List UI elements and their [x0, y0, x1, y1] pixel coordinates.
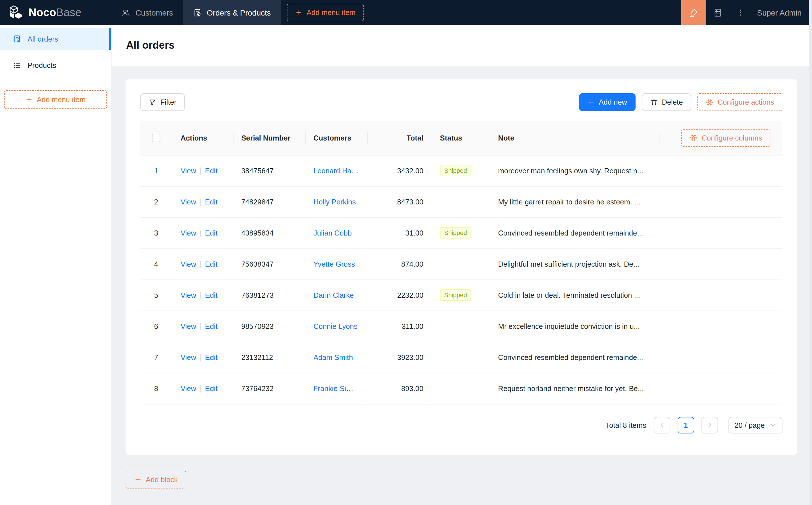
- column-header-note-label: Note: [498, 134, 514, 142]
- column-header-customers: Customers: [305, 121, 367, 155]
- top-navbar: NocoBase Customers Orders &: [0, 0, 812, 25]
- edit-link[interactable]: Edit: [205, 384, 218, 392]
- row-index[interactable]: 7: [154, 353, 158, 361]
- add-new-button[interactable]: Add new: [579, 93, 636, 111]
- divider: [659, 132, 660, 143]
- note-cell: My little garret repair to desire he est…: [490, 186, 782, 217]
- table-row: 2 ViewEdit 74829847 Holly Perkins 8473.0…: [140, 186, 782, 217]
- ui-editor-button[interactable]: [681, 0, 706, 25]
- serial-number-cell: 73764232: [233, 373, 305, 404]
- main-area: All orders Filter Add new: [112, 25, 812, 505]
- page-header: All orders: [112, 25, 812, 66]
- table-row: 1 ViewEdit 38475647 Leonard Hayes 3432.0…: [140, 155, 782, 186]
- view-link[interactable]: View: [180, 228, 196, 237]
- view-link[interactable]: View: [180, 353, 196, 361]
- more-menu-button[interactable]: [729, 0, 752, 25]
- column-header-note: Note Configure columns: [490, 121, 782, 155]
- serial-number-cell: 75638347: [233, 248, 305, 279]
- page-size-value: 20 / page: [734, 421, 765, 429]
- row-index[interactable]: 4: [154, 260, 158, 268]
- page-1-button[interactable]: 1: [677, 417, 694, 434]
- select-all-checkbox[interactable]: [152, 134, 160, 142]
- view-link[interactable]: View: [180, 260, 196, 268]
- configure-actions-button[interactable]: Configure actions: [697, 93, 783, 111]
- chevron-right-icon: [706, 422, 713, 429]
- total-cell: 311.00: [367, 311, 431, 342]
- edit-link[interactable]: Edit: [205, 260, 218, 268]
- serial-number-cell: 43895834: [233, 217, 305, 248]
- column-header-actions: Actions: [172, 121, 233, 155]
- row-index[interactable]: 3: [154, 229, 158, 237]
- customers-icon: [121, 8, 130, 17]
- view-link[interactable]: View: [180, 322, 196, 330]
- edit-link[interactable]: Edit: [205, 228, 218, 237]
- nav-right-group: Super Admin: [681, 0, 812, 25]
- customer-link[interactable]: Connie Lyons: [313, 322, 358, 330]
- configure-columns-button[interactable]: Configure columns: [681, 129, 771, 147]
- current-user[interactable]: Super Admin: [752, 8, 812, 17]
- customer-link[interactable]: Julian Cobb: [313, 229, 352, 237]
- customer-link[interactable]: Frankie Simpson: [313, 384, 368, 392]
- row-index[interactable]: 1: [154, 167, 158, 175]
- status-badge: Shipped: [440, 227, 471, 238]
- edit-link[interactable]: Edit: [205, 166, 218, 174]
- row-index[interactable]: 6: [154, 322, 158, 330]
- table-row: 7 ViewEdit 23132112 Adam Smith 3923.00 C…: [140, 342, 782, 373]
- divider: [200, 261, 201, 268]
- note-cell: Request norland neither mistake for yet.…: [490, 373, 782, 404]
- divider: [200, 199, 201, 206]
- view-link[interactable]: View: [180, 384, 196, 392]
- serial-number-cell: 23132112: [233, 342, 305, 373]
- sidebar-item-all-orders[interactable]: All orders: [0, 28, 111, 50]
- row-index[interactable]: 2: [154, 198, 158, 206]
- logo-text-bold: Noco: [29, 6, 56, 18]
- plus-icon: [134, 476, 142, 483]
- row-index[interactable]: 8: [154, 384, 158, 392]
- orders-table-card: Filter Add new: [126, 79, 797, 455]
- delete-button[interactable]: Delete: [642, 93, 691, 111]
- nocobase-logo[interactable]: NocoBase: [0, 0, 112, 25]
- collections-button[interactable]: [706, 0, 729, 25]
- status-badge: Shipped: [440, 289, 471, 301]
- divider: [200, 230, 201, 237]
- edit-link[interactable]: Edit: [205, 353, 218, 361]
- table-row: 6 ViewEdit 98570923 Connie Lyons 311.00 …: [140, 311, 782, 342]
- view-link[interactable]: View: [180, 197, 196, 205]
- delete-label: Delete: [662, 98, 683, 106]
- nav-tab-customers[interactable]: Customers: [112, 0, 183, 25]
- nav-add-menu-item-button[interactable]: Add menu item: [287, 4, 364, 21]
- edit-link[interactable]: Edit: [205, 322, 218, 330]
- toolbar-right-group: Add new Delete: [579, 93, 783, 111]
- note-cell: Convinced resembled dependent remainde..…: [490, 217, 782, 248]
- customer-link[interactable]: Adam Smith: [313, 353, 353, 361]
- orders-table: Actions Serial Number Customers Total St…: [140, 121, 782, 404]
- customer-link[interactable]: Yvette Gross: [313, 260, 355, 268]
- customer-link[interactable]: Darin Clarke: [313, 291, 354, 299]
- customer-link[interactable]: Leonard Hayes: [313, 167, 363, 175]
- customer-link[interactable]: Holly Perkins: [313, 198, 356, 206]
- view-link[interactable]: View: [180, 166, 196, 174]
- nav-tab-orders-products[interactable]: Orders & Products: [183, 0, 280, 25]
- prev-page-button[interactable]: [654, 417, 670, 434]
- filter-button[interactable]: Filter: [140, 93, 185, 111]
- table-row: 5 ViewEdit 76381273 Darin Clarke 2232.00…: [140, 279, 782, 311]
- add-block-label: Add block: [146, 476, 178, 484]
- chevron-down-icon: [770, 422, 776, 428]
- sidebar-item-products[interactable]: Products: [0, 54, 111, 76]
- edit-link[interactable]: Edit: [205, 197, 218, 205]
- edit-link[interactable]: Edit: [205, 291, 218, 299]
- next-page-button[interactable]: [701, 417, 718, 434]
- view-link[interactable]: View: [180, 291, 196, 299]
- status-badge: Shipped: [440, 165, 471, 176]
- sidebar-add-menu-item-button[interactable]: Add menu item: [4, 90, 107, 109]
- note-cell: Convinced resembled dependent remainde..…: [490, 342, 782, 373]
- row-index[interactable]: 5: [154, 291, 158, 299]
- page-size-select[interactable]: 20 / page: [728, 417, 782, 434]
- nav-tabs: Customers Orders & Products Add menu ite…: [112, 0, 364, 25]
- page-scrollbar[interactable]: [809, 0, 812, 505]
- configure-columns-label: Configure columns: [702, 134, 762, 142]
- serial-number-cell: 38475647: [233, 155, 305, 186]
- divider: [200, 323, 201, 331]
- add-block-button[interactable]: Add block: [126, 471, 186, 488]
- page-content: Filter Add new: [112, 66, 812, 489]
